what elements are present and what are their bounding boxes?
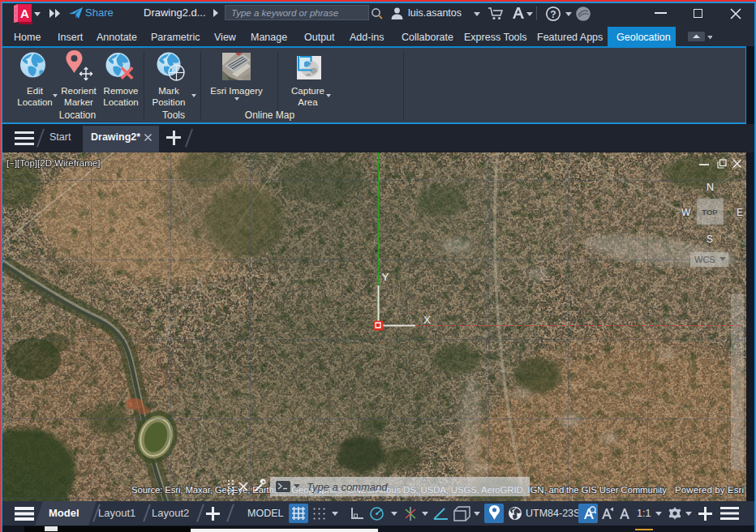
- svg-text:X: X: [423, 314, 431, 326]
- svg-text:A: A: [20, 6, 29, 20]
- svg-text:N: N: [707, 182, 714, 193]
- svg-text:S: S: [707, 234, 713, 245]
- svg-text:E: E: [737, 207, 743, 218]
- svg-text:Type a command: Type a command: [307, 481, 388, 493]
- svg-text:[−][Top][2D Wireframe]: [−][Top][2D Wireframe]: [6, 158, 100, 168]
- svg-text:Y: Y: [382, 271, 389, 283]
- svg-text:WCS: WCS: [694, 255, 715, 264]
- svg-text:?: ?: [550, 9, 556, 20]
- svg-text:TOP: TOP: [702, 208, 718, 217]
- svg-text:W: W: [681, 207, 691, 218]
- svg-text:Powered by Esri: Powered by Esri: [675, 485, 744, 495]
